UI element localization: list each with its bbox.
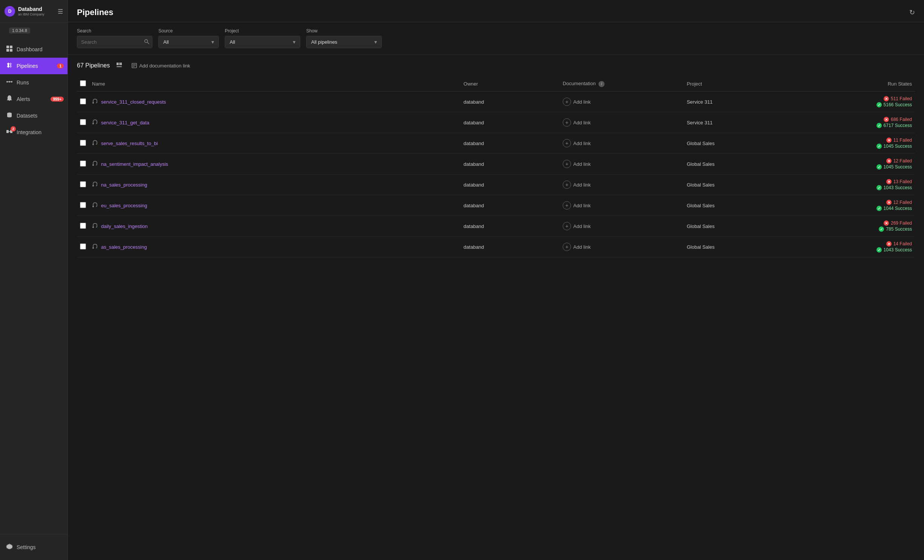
run-states: ✕ 269 Failed ✓ 785 Success [794,220,912,232]
logo-icon: D [5,6,15,17]
integration-label: Integration [17,129,41,135]
pipeline-name-text[interactable]: na_sales_processing [101,182,147,188]
table-row: eu_sales_processing databand + Add link … [77,195,915,216]
row-owner: databand [464,203,484,208]
failed-state: ✕ 14 Failed [886,241,912,246]
row-checkbox[interactable] [80,181,86,187]
add-link-button[interactable]: + Add link [563,243,591,251]
failed-state: ✕ 12 Failed [886,200,912,205]
row-checkbox[interactable] [80,119,86,125]
add-documentation-button[interactable]: Add documentation link [129,61,193,70]
show-label: Show [306,28,382,34]
pipeline-name-text[interactable]: as_sales_processing [101,244,147,250]
main-header: Pipelines ↻ [68,0,924,22]
logo-sub: an IBM Company [18,12,45,16]
sidebar-item-pipelines[interactable]: Pipelines 1 [0,58,68,74]
pipeline-name-text[interactable]: serve_sales_results_to_bi [101,141,158,146]
success-state: ✓ 1043 Success [876,185,912,190]
row-run-states-cell: ✕ 269 Failed ✓ 785 Success [791,216,915,237]
svg-point-30 [92,226,94,228]
table-row: daily_sales_ingestion databand + Add lin… [77,216,915,237]
sidebar-nav: Dashboard Pipelines 1 [0,38,68,534]
success-dot: ✓ [879,226,884,232]
table-row: na_sentiment_impact_analysis databand + … [77,154,915,174]
row-checkbox[interactable] [80,243,86,249]
failed-count: 511 Failed [891,96,912,101]
svg-point-26 [92,144,94,145]
sidebar-item-settings[interactable]: Settings [0,539,68,555]
sidebar-item-alerts[interactable]: Alerts 999+ [0,91,68,107]
row-checkbox-cell [77,174,89,195]
pipeline-name-text[interactable]: daily_sales_ingestion [101,223,148,229]
pipeline-name: na_sentiment_impact_analysis [92,161,457,168]
sidebar-item-dashboard[interactable]: Dashboard [0,41,68,58]
svg-line-15 [147,42,149,44]
sidebar-item-runs[interactable]: Runs [0,74,68,91]
row-checkbox[interactable] [80,140,86,146]
search-icon-button[interactable] [144,39,149,45]
run-states: ✕ 686 Failed ✓ 6717 Success [794,117,912,128]
add-link-button[interactable]: + Add link [563,98,591,106]
logo-text: Databand an IBM Company [18,6,45,16]
add-link-button[interactable]: + Add link [563,160,591,168]
page-title: Pipelines [77,8,114,17]
pipelines-label: Pipelines [17,63,38,69]
failed-count: 11 Failed [893,138,912,143]
row-checkbox[interactable] [80,202,86,208]
show-select[interactable]: All pipelines [306,36,382,48]
search-input[interactable] [77,36,152,48]
source-select[interactable]: All [158,36,219,48]
row-project-cell: Global Sales [684,216,791,237]
pipelines-table: Name Owner Documentation i Project Run S… [77,77,915,257]
project-select[interactable]: All [225,36,300,48]
row-checkbox[interactable] [80,98,86,104]
sidebar-item-integration[interactable]: 2 Integration [0,124,68,141]
documentation-info-icon[interactable]: i [599,81,605,87]
pipeline-name: service_311_get_data [92,119,457,126]
header-project: Project [684,77,791,92]
add-link-button[interactable]: + Add link [563,139,591,147]
logo-name: Databand [18,6,45,12]
project-select-wrapper: All ▼ [225,36,300,48]
show-select-wrapper: All pipelines ▼ [306,36,382,48]
row-doc-cell: + Add link [560,112,684,133]
add-link-label: Add link [573,203,591,208]
row-owner: databand [464,161,484,167]
refresh-button[interactable]: ↻ [909,8,915,17]
add-link-label: Add link [573,161,591,167]
dashboard-icon [6,45,13,54]
table-row: na_sales_processing databand + Add link … [77,174,915,195]
run-states: ✕ 12 Failed ✓ 1044 Success [794,200,912,211]
svg-point-6 [11,81,12,83]
menu-toggle-icon[interactable]: ☰ [58,8,63,15]
row-project: Global Sales [687,244,715,250]
pipeline-name-text[interactable]: service_311_get_data [101,120,149,125]
add-link-button[interactable]: + Add link [563,201,591,210]
pipeline-name-text[interactable]: eu_sales_processing [101,203,147,208]
pipeline-name-text[interactable]: service_311_closed_requests [101,99,166,105]
success-state: ✓ 1045 Success [876,164,912,170]
row-owner: databand [464,141,484,146]
table-row: service_311_get_data databand + Add link… [77,112,915,133]
alerts-badge: 999+ [51,97,64,102]
select-all-checkbox[interactable] [80,80,86,86]
header-documentation: Documentation i [560,77,684,92]
row-project-cell: Global Sales [684,133,791,154]
table-row: serve_sales_results_to_bi databand + Add… [77,133,915,154]
row-project-cell: Global Sales [684,195,791,216]
failed-dot: ✕ [884,96,889,101]
pipeline-name-text[interactable]: na_sentiment_impact_analysis [101,161,168,167]
row-project-cell: Global Sales [684,154,791,174]
add-link-button[interactable]: + Add link [563,181,591,189]
source-filter-group: Source All ▼ [158,28,219,48]
failed-state: ✕ 13 Failed [886,179,912,184]
row-checkbox[interactable] [80,161,86,167]
header-name: Name [89,77,460,92]
sidebar-item-datasets[interactable]: Datasets [0,107,68,124]
row-checkbox[interactable] [80,223,86,229]
sidebar-bottom: Settings [0,534,68,560]
row-run-states-cell: ✕ 13 Failed ✓ 1043 Success [791,174,915,195]
add-link-button[interactable]: + Add link [563,222,591,230]
add-link-button[interactable]: + Add link [563,118,591,127]
export-button[interactable] [114,60,124,71]
